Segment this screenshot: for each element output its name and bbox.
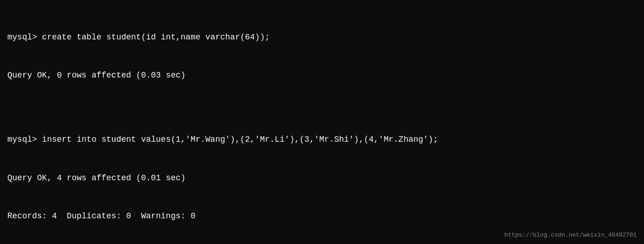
terminal-line-4: mysql> insert into student values(1,'Mr.… [7, 133, 637, 146]
terminal-line-6: Records: 4 Duplicates: 0 Warnings: 0 [7, 210, 637, 223]
terminal-line-1: mysql> create table student(id int,name … [7, 31, 637, 44]
terminal-line-5: Query OK, 4 rows affected (0.01 sec) [7, 172, 637, 185]
watermark: https://blog.csdn.net/weixin_46492701 [504, 232, 637, 238]
terminal-line-2: Query OK, 0 rows affected (0.03 sec) [7, 69, 637, 82]
terminal-window: mysql> create table student(id int,name … [0, 0, 644, 244]
